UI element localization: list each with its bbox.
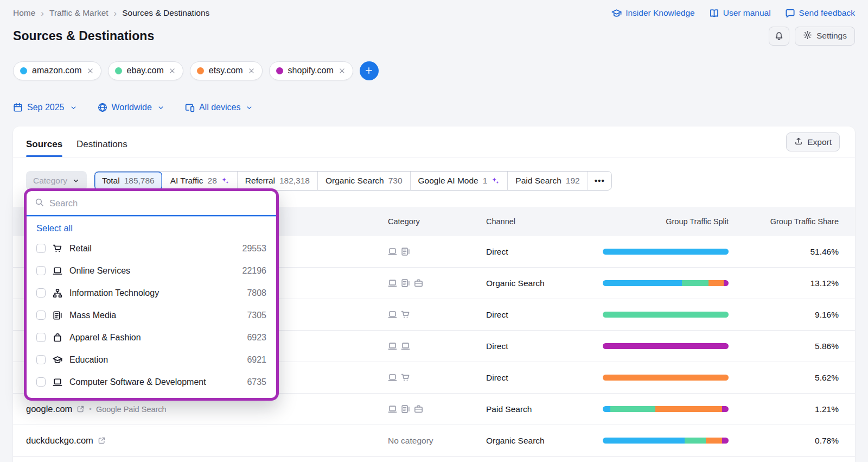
remove-domain-icon[interactable]: [87, 67, 94, 74]
source-note: Google Paid Search: [89, 405, 166, 414]
monitor-icon: [401, 341, 410, 351]
category-option-computer-software-development[interactable]: Computer Software & Development 6735: [27, 371, 276, 393]
tab-sources[interactable]: Sources: [26, 139, 62, 157]
domain-chip-label: shopify.com: [288, 66, 334, 75]
dropdown-list: Retail 29553 Online Services 22196 Infor…: [27, 237, 276, 398]
remove-domain-icon[interactable]: [169, 67, 176, 74]
column-header-group-traffic-split: Group Traffic Split: [603, 217, 729, 226]
table-row[interactable]: duckduckgo.com No category Organic Searc…: [13, 425, 855, 457]
segment-ai-traffic[interactable]: AI Traffic 28: [162, 172, 237, 190]
domain-chip-shopify.com[interactable]: shopify.com: [269, 61, 353, 80]
remove-domain-icon[interactable]: [339, 67, 346, 74]
bell-icon: [774, 31, 784, 41]
filter-globe[interactable]: Worldwide: [98, 103, 164, 112]
bag-icon: [53, 333, 62, 343]
remove-domain-icon[interactable]: [248, 67, 255, 74]
external-link-icon[interactable]: [98, 436, 106, 445]
monitor-icon: [53, 266, 62, 276]
source-domain[interactable]: duckduckgo.com: [26, 435, 93, 446]
checkbox[interactable]: [36, 288, 46, 298]
checkbox[interactable]: [36, 244, 46, 253]
category-text: No category: [388, 436, 486, 446]
gradcap-icon: [611, 8, 622, 18]
group-traffic-share-cell: 1.21%: [729, 404, 855, 414]
segment-paid-search[interactable]: Paid Search 192: [507, 172, 587, 190]
segment-google-ai-mode[interactable]: Google AI Mode 1: [410, 172, 508, 190]
export-button[interactable]: Export: [786, 132, 840, 151]
checkbox[interactable]: [36, 333, 46, 342]
breadcrumb-item[interactable]: Sources & Destinations: [122, 8, 209, 18]
group-traffic-split-bar: [603, 438, 729, 444]
top-link-send-feedback[interactable]: Send feedback: [785, 8, 855, 18]
filter-calendar[interactable]: Sep 2025: [13, 103, 77, 112]
breadcrumb-item[interactable]: Home: [13, 8, 35, 18]
export-icon: [794, 137, 803, 145]
search-input[interactable]: [49, 198, 268, 208]
category-option-education[interactable]: Education 6921: [27, 349, 276, 371]
briefcase-icon: [414, 404, 423, 414]
category-option-count: 7808: [247, 288, 266, 298]
group-traffic-share-cell: 5.62%: [729, 373, 855, 383]
briefcase-icon: [414, 279, 423, 288]
more-segments-button[interactable]: •••: [588, 172, 611, 190]
gear-icon: [803, 30, 812, 42]
category-icons: [388, 373, 486, 382]
filter-bar: Category Total 185,786 AI Traffic 28 Ref…: [26, 171, 842, 191]
category-dropdown: Select all Retail 29553 Online Services …: [24, 188, 279, 401]
monitor-icon: [388, 279, 397, 288]
category-option-count: 6923: [247, 333, 266, 343]
split-segment-blue: [603, 406, 610, 412]
checkbox[interactable]: [36, 355, 46, 364]
domain-chip-etsy.com[interactable]: etsy.com: [190, 61, 263, 80]
category-filter-button[interactable]: Category: [26, 171, 87, 191]
sources-destinations-page: Home›Traffic & Market›Sources & Destinat…: [0, 0, 868, 462]
source-domain[interactable]: google.com: [26, 404, 72, 414]
checkbox[interactable]: [36, 311, 46, 320]
category-option-count: 29553: [242, 244, 267, 254]
segment-referral[interactable]: Referral 182,318: [237, 172, 317, 190]
category-option-online-services[interactable]: Online Services 22196: [27, 260, 276, 282]
category-option-information-technology[interactable]: Information Technology 7808: [27, 282, 276, 304]
close-icon: [169, 67, 176, 74]
checkbox[interactable]: [36, 377, 46, 387]
split-segment-purple: [722, 406, 729, 412]
top-link-user-manual[interactable]: User manual: [709, 8, 771, 18]
domain-chip-amazon.com[interactable]: amazon.com: [13, 61, 101, 80]
channel-cell: Direct: [486, 310, 603, 320]
domain-chip-ebay.com[interactable]: ebay.com: [108, 61, 183, 80]
close-icon: [87, 67, 94, 74]
notifications-button[interactable]: [769, 27, 789, 46]
split-segment-green: [603, 312, 729, 318]
segment-total[interactable]: Total 185,786: [94, 172, 162, 190]
select-all-link[interactable]: Select all: [27, 216, 276, 237]
split-segment-orange: [655, 406, 722, 412]
breadcrumb-item[interactable]: Traffic & Market: [49, 8, 108, 18]
tab-destinations[interactable]: Destinations: [76, 139, 127, 157]
group-traffic-split-bar: [603, 312, 729, 318]
card-header: Sources Destinations Export: [13, 126, 855, 157]
title-actions: Settings: [769, 27, 855, 46]
settings-button[interactable]: Settings: [795, 27, 855, 46]
checkbox[interactable]: [36, 266, 46, 275]
category-option-apparel-fashion[interactable]: Apparel & Fashion 6923: [27, 326, 276, 349]
top-link-insider-knowledge[interactable]: Insider Knowledge: [611, 8, 695, 18]
external-link-icon[interactable]: [76, 405, 85, 413]
category-option-mass-media[interactable]: Mass Media 7305: [27, 304, 276, 326]
page-title: Sources & Destinations: [13, 29, 154, 43]
filter-devices[interactable]: All devices: [185, 103, 253, 112]
category-option-label: Retail: [69, 244, 235, 254]
category-option-label: Education: [69, 355, 240, 365]
breadcrumb-separator: ›: [41, 9, 44, 18]
segment-count: 185,786: [124, 176, 155, 186]
category-option-count: 6735: [247, 377, 266, 387]
category-option-retail[interactable]: Retail 29553: [27, 237, 276, 260]
segment-organic-search[interactable]: Organic Search 730: [317, 172, 410, 190]
add-domain-button[interactable]: [360, 61, 379, 80]
segment-count: 1: [483, 176, 488, 186]
group-traffic-share-cell: 5.86%: [729, 341, 855, 351]
domain-chip-label: ebay.com: [127, 66, 164, 75]
external-link-icon: [76, 405, 85, 413]
monitor-icon: [388, 310, 397, 319]
export-label: Export: [807, 137, 832, 147]
close-icon: [339, 67, 346, 74]
